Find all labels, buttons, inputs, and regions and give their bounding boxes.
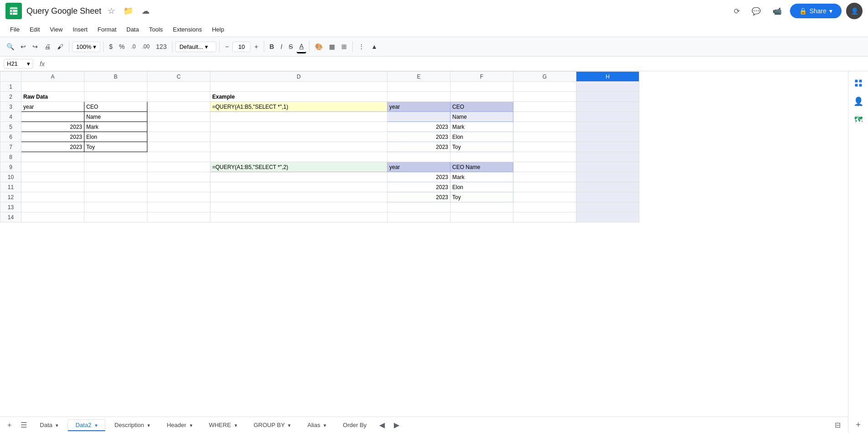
cell-D13[interactable] bbox=[210, 202, 387, 212]
col-header-E[interactable]: E bbox=[387, 72, 450, 82]
cell-C11[interactable] bbox=[147, 182, 210, 192]
strikethrough-button[interactable]: S bbox=[286, 41, 296, 53]
menu-edit[interactable]: Edit bbox=[25, 24, 44, 35]
font-size-decrease[interactable]: − bbox=[222, 41, 231, 53]
cell-B13[interactable] bbox=[84, 202, 147, 212]
cell-E12[interactable]: 2023 bbox=[387, 192, 450, 202]
cell-H7[interactable] bbox=[576, 142, 639, 152]
cell-E10[interactable]: 2023 bbox=[387, 172, 450, 182]
cell-C14[interactable] bbox=[147, 212, 210, 222]
cell-B5[interactable]: Mark bbox=[84, 122, 147, 132]
row-header-1[interactable]: 1 bbox=[0, 82, 21, 92]
cell-E9[interactable]: year bbox=[387, 162, 450, 172]
cell-B10[interactable] bbox=[84, 172, 147, 182]
menu-data[interactable]: Data bbox=[122, 24, 143, 35]
cell-B2[interactable] bbox=[84, 92, 147, 102]
tab-data[interactable]: Data ▾ bbox=[32, 420, 66, 430]
menu-view[interactable]: View bbox=[45, 24, 67, 35]
col-header-D[interactable]: D bbox=[210, 72, 387, 82]
cell-F2[interactable] bbox=[450, 92, 513, 102]
cell-F10[interactable]: Mark bbox=[450, 172, 513, 182]
sidebar-add-icon[interactable]: + bbox=[850, 417, 867, 433]
cell-E13[interactable] bbox=[387, 202, 450, 212]
font-size-input[interactable]: 10 bbox=[232, 42, 251, 52]
tab-order-by[interactable]: Order By bbox=[335, 420, 374, 430]
fill-color-button[interactable]: 🎨 bbox=[312, 41, 325, 53]
row-header-9[interactable]: 9 bbox=[0, 162, 21, 172]
menu-tools[interactable]: Tools bbox=[144, 24, 167, 35]
cell-F12[interactable]: Toy bbox=[450, 192, 513, 202]
cell-G6[interactable] bbox=[513, 132, 576, 142]
formula-input[interactable] bbox=[51, 59, 864, 68]
tab-alias[interactable]: Alias ▾ bbox=[300, 420, 334, 430]
cell-H10[interactable] bbox=[576, 172, 639, 182]
cell-G12[interactable] bbox=[513, 192, 576, 202]
cell-E1[interactable] bbox=[387, 82, 450, 92]
cell-A11[interactable] bbox=[21, 182, 84, 192]
cell-B7[interactable]: Toy bbox=[84, 142, 147, 152]
redo-icon[interactable]: ↪ bbox=[30, 41, 41, 53]
cell-E14[interactable] bbox=[387, 212, 450, 222]
cell-B4[interactable]: Name bbox=[84, 112, 147, 122]
cell-E8[interactable] bbox=[387, 152, 450, 162]
cell-H13[interactable] bbox=[576, 202, 639, 212]
cell-H8[interactable] bbox=[576, 152, 639, 162]
cell-C1[interactable] bbox=[147, 82, 210, 92]
cell-B3[interactable]: CEO bbox=[84, 102, 147, 112]
cell-F11[interactable]: Elon bbox=[450, 182, 513, 192]
share-button[interactable]: 🔒 Share ▾ bbox=[790, 4, 842, 18]
cell-C13[interactable] bbox=[147, 202, 210, 212]
cell-B9[interactable] bbox=[84, 162, 147, 172]
cell-A14[interactable] bbox=[21, 212, 84, 222]
cell-A4[interactable] bbox=[21, 112, 84, 122]
cell-H5[interactable] bbox=[576, 122, 639, 132]
cell-G7[interactable] bbox=[513, 142, 576, 152]
cell-G13[interactable] bbox=[513, 202, 576, 212]
cell-A12[interactable] bbox=[21, 192, 84, 202]
search-toolbar-icon[interactable]: 🔍 bbox=[4, 41, 17, 53]
cell-D3[interactable]: =QUERY(A1:B5,"SELECT *",1) bbox=[210, 102, 387, 112]
tab-header[interactable]: Header ▾ bbox=[159, 420, 199, 430]
cell-C10[interactable] bbox=[147, 172, 210, 182]
cell-H4[interactable] bbox=[576, 112, 639, 122]
cell-D8[interactable] bbox=[210, 152, 387, 162]
row-header-2[interactable]: 2 bbox=[0, 92, 21, 102]
cell-G14[interactable] bbox=[513, 212, 576, 222]
avatar[interactable]: 👤 bbox=[846, 3, 863, 19]
cell-D5[interactable] bbox=[210, 122, 387, 132]
number-format-button[interactable]: 123 bbox=[153, 41, 169, 53]
menu-file[interactable]: File bbox=[5, 24, 24, 35]
borders-button[interactable]: ▦ bbox=[326, 41, 338, 53]
cell-G4[interactable] bbox=[513, 112, 576, 122]
menu-help[interactable]: Help bbox=[207, 24, 229, 35]
cell-E6[interactable]: 2023 bbox=[387, 132, 450, 142]
cell-B12[interactable] bbox=[84, 192, 147, 202]
row-header-3[interactable]: 3 bbox=[0, 102, 21, 112]
cell-B6[interactable]: Elon bbox=[84, 132, 147, 142]
sidebar-maps-icon[interactable]: 🗺 bbox=[850, 111, 867, 128]
cell-C4[interactable] bbox=[147, 112, 210, 122]
cell-G10[interactable] bbox=[513, 172, 576, 182]
currency-button[interactable]: $ bbox=[106, 41, 115, 53]
meet-icon[interactable]: 📹 bbox=[769, 3, 785, 19]
cell-A7[interactable]: 2023 bbox=[21, 142, 84, 152]
merge-cells-button[interactable]: ⊞ bbox=[339, 41, 350, 53]
dropdown-arrow[interactable]: ▾ bbox=[27, 60, 30, 67]
cell-D9[interactable]: =QUERY(A1:B5,"SELECT *",2) bbox=[210, 162, 387, 172]
undo-icon[interactable]: ↩ bbox=[18, 41, 29, 53]
cell-G11[interactable] bbox=[513, 182, 576, 192]
cell-H6[interactable] bbox=[576, 132, 639, 142]
italic-button[interactable]: I bbox=[278, 41, 285, 53]
zoom-selector[interactable]: 100% ▾ bbox=[72, 42, 100, 52]
cell-F7[interactable]: Toy bbox=[450, 142, 513, 152]
row-header-6[interactable]: 6 bbox=[0, 132, 21, 142]
menu-extensions[interactable]: Extensions bbox=[168, 24, 207, 35]
cell-G2[interactable] bbox=[513, 92, 576, 102]
cell-D1[interactable] bbox=[210, 82, 387, 92]
cell-E2[interactable] bbox=[387, 92, 450, 102]
cell-C5[interactable] bbox=[147, 122, 210, 132]
cell-F14[interactable] bbox=[450, 212, 513, 222]
cell-F3[interactable]: CEO bbox=[450, 102, 513, 112]
prev-sheet-button[interactable]: ◀ bbox=[376, 419, 388, 431]
document-title[interactable]: Query Google Sheet bbox=[26, 6, 101, 16]
